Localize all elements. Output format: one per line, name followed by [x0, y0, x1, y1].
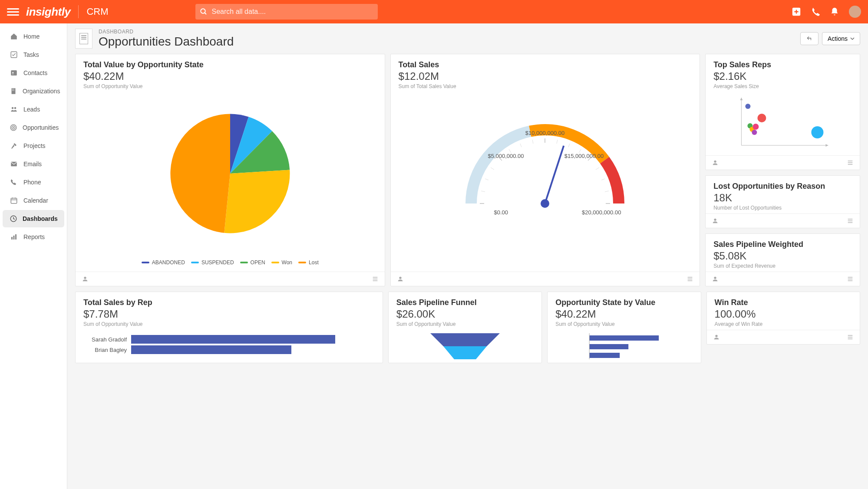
svg-rect-10	[13, 90, 14, 91]
svg-line-45	[605, 191, 609, 192]
svg-rect-77	[589, 353, 620, 358]
svg-point-48	[399, 277, 401, 279]
sidebar-item-label: Contacts	[23, 69, 47, 76]
card-win-rate: Win Rate 100.00% Average of Win Rate	[706, 292, 860, 345]
card-sub: Sum of Opportunity Value	[396, 321, 534, 327]
card-lost-opportunities: Lost Opportunities by Reason 18K Number …	[705, 175, 860, 228]
sidebar-item-phone[interactable]: Phone	[3, 174, 64, 191]
user-icon[interactable]	[712, 276, 719, 282]
card-value: 100.00%	[715, 308, 852, 320]
sidebar-item-tasks[interactable]: Tasks	[3, 46, 64, 63]
gauge-tick: $15,000,000.00	[564, 153, 604, 159]
list-icon[interactable]	[372, 276, 379, 282]
sidebar-item-opportunities[interactable]: Opportunities	[3, 119, 64, 136]
svg-point-59	[752, 130, 757, 135]
menu-toggle[interactable]	[7, 6, 19, 18]
svg-rect-8	[13, 89, 14, 90]
card-value: $40.22M	[555, 308, 693, 320]
list-icon[interactable]	[686, 276, 693, 282]
sidebar-item-label: Projects	[23, 142, 46, 149]
sidebar-item-projects[interactable]: Projects	[3, 137, 64, 154]
sidebar-item-organizations[interactable]: Organizations	[3, 82, 64, 100]
list-icon[interactable]	[847, 334, 854, 341]
sidebar-item-label: Leads	[23, 106, 40, 113]
svg-point-11	[12, 107, 14, 109]
actions-button[interactable]: Actions	[822, 32, 860, 45]
search-icon	[200, 8, 208, 16]
bar-label: Sarah Gradolf	[83, 336, 127, 343]
card-sub: Sum of Opportunity Value	[83, 321, 375, 327]
svg-line-41	[568, 144, 570, 147]
card-title: Total Value by Opportunity State	[83, 60, 377, 69]
card-sub: Sum of Total Sales Value	[399, 83, 692, 89]
bar-row: Sarah Gradolf	[83, 335, 375, 344]
sidebar-item-contacts[interactable]: Contacts	[3, 64, 64, 82]
actions-label: Actions	[828, 35, 848, 42]
user-icon[interactable]	[397, 276, 404, 282]
card-total-value-by-state: Total Value by Opportunity State $40.22M…	[75, 54, 385, 286]
list-icon[interactable]	[847, 276, 854, 282]
svg-rect-76	[589, 344, 628, 349]
page-actions: Actions	[800, 32, 860, 45]
bell-icon[interactable]	[830, 7, 839, 16]
svg-point-5	[12, 72, 13, 73]
sidebar-item-label: Organizations	[23, 88, 60, 95]
gauge-tick: $10,000,000.00	[525, 130, 564, 136]
pie-legend: ABANDONED SUSPENDED OPEN Won Lost	[76, 255, 385, 272]
target-icon	[10, 123, 17, 132]
svg-rect-9	[12, 90, 13, 91]
sidebar-item-dashboards[interactable]: Dashboards	[3, 210, 64, 227]
building-icon	[10, 87, 17, 95]
sidebar-item-calendar[interactable]: Calendar	[3, 192, 64, 209]
svg-rect-22	[11, 237, 13, 240]
user-icon[interactable]	[712, 217, 719, 224]
clock-icon	[10, 214, 17, 223]
svg-rect-4	[11, 70, 17, 75]
page-icon	[75, 29, 92, 49]
add-icon[interactable]	[792, 7, 801, 16]
svg-line-42	[579, 149, 581, 153]
gauge-tick: $0.00	[494, 209, 508, 216]
svg-line-1	[205, 13, 206, 14]
svg-line-34	[481, 191, 485, 192]
user-icon[interactable]	[712, 159, 719, 166]
legend-label: ABANDONED	[152, 259, 185, 266]
card-value: $12.02M	[399, 70, 692, 82]
sidebar-item-reports[interactable]: Reports	[3, 228, 64, 246]
sidebar-item-emails[interactable]: Emails	[3, 155, 64, 173]
svg-point-79	[715, 335, 717, 337]
svg-point-25	[84, 277, 86, 279]
card-sub: Sum of Opportunity Value	[555, 321, 693, 327]
card-top-sales-reps: Top Sales Reps $2.16K Average Sales Size	[705, 54, 860, 170]
back-button[interactable]	[800, 32, 818, 45]
card-title: Opportunity State by Value	[555, 298, 693, 307]
bars-icon	[10, 233, 18, 241]
list-icon[interactable]	[847, 159, 854, 166]
card-value: 18K	[713, 192, 852, 204]
home-icon	[10, 32, 18, 41]
svg-marker-74	[443, 346, 487, 359]
page-title: Opportunities Dashboard	[99, 35, 234, 49]
list-icon[interactable]	[847, 217, 854, 224]
sidebar-item-home[interactable]: Home	[3, 28, 64, 45]
card-value: $40.22M	[83, 70, 377, 82]
search-input[interactable]	[195, 4, 378, 20]
phone-nav-icon	[10, 178, 18, 187]
contact-icon	[10, 69, 18, 77]
legend-label: OPEN	[251, 259, 265, 266]
svg-line-35	[485, 179, 488, 180]
avatar[interactable]	[849, 6, 861, 18]
card-pipeline-weighted: Sales Pipeline Weighted $5.08K Sum of Ex…	[705, 233, 860, 286]
user-icon[interactable]	[82, 276, 89, 282]
svg-point-69	[714, 277, 716, 279]
sidebar-item-label: Calendar	[23, 197, 48, 204]
card-value: $7.78M	[83, 308, 375, 320]
phone-icon[interactable]	[811, 7, 820, 16]
gauge-tick: $20,000,000.00	[582, 209, 621, 216]
svg-line-37	[509, 149, 511, 153]
svg-point-61	[714, 161, 716, 163]
state-bars	[555, 333, 693, 359]
sidebar-item-leads[interactable]: Leads	[3, 101, 64, 118]
user-icon[interactable]	[713, 334, 720, 341]
svg-point-57	[753, 124, 759, 130]
